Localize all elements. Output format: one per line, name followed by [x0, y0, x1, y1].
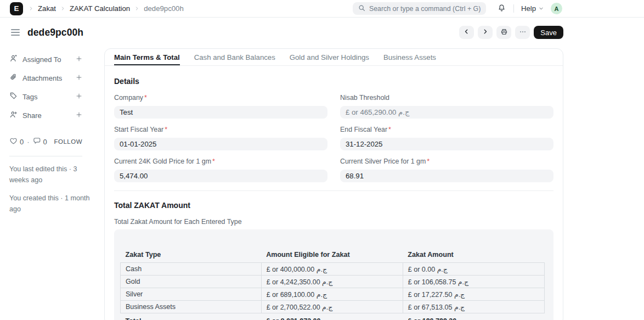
field-label: Current 24K Gold Price for 1 gm* — [114, 158, 327, 165]
comments-button[interactable]: 0 — [33, 137, 47, 147]
next-document-button[interactable] — [478, 26, 493, 39]
required-marker: * — [427, 158, 430, 165]
plus-icon — [76, 111, 82, 120]
field-start-fiscal-year: Start Fiscal Year* — [114, 126, 327, 150]
tab-cash-and-bank-balances[interactable]: Cash and Bank Balances — [194, 49, 275, 65]
tab-main-terms-total[interactable]: Main Terms & Total — [114, 49, 180, 65]
cell-type: Silver — [121, 288, 262, 301]
app-logo[interactable]: E — [10, 2, 23, 15]
sidebar-item-assigned-to: Assigned To — [9, 54, 82, 65]
breadcrumb-zakat-calculation[interactable]: ZAKAT Calculation — [70, 4, 130, 13]
add-tag-button[interactable] — [76, 93, 82, 101]
field-label: Current Silver Price for 1 gm* — [340, 158, 553, 165]
search-input[interactable] — [369, 5, 481, 13]
bell-icon — [498, 4, 506, 14]
required-marker: * — [212, 158, 215, 165]
section-title-total-zakat: Total ZAKAT Amount — [114, 201, 553, 210]
created-text: You created this · 1 month ago — [9, 193, 93, 215]
zakat-summary-table: Zakat Type Amount Eligible for Zakat Zak… — [120, 250, 545, 320]
field-label: Nisab Threshold — [340, 94, 553, 102]
company-input[interactable] — [114, 106, 327, 119]
header-actions: Save — [459, 26, 563, 39]
share-user-icon — [9, 110, 18, 121]
form-body: Details Company* Nisab Threshold Start F… — [105, 66, 563, 320]
cell-eligible: £ or 4,242,350.00 ج.م — [261, 276, 403, 288]
cell-eligible: £ or 2,700,522.00 ج.م — [261, 301, 403, 313]
assign-user-icon — [9, 54, 18, 65]
chevron-down-icon — [539, 4, 544, 13]
column-header-zakat-amount: Zakat Amount — [403, 250, 544, 263]
print-button[interactable] — [496, 26, 511, 39]
breadcrumb-current: dede9pc00h — [144, 4, 184, 13]
menu-button[interactable] — [515, 26, 530, 39]
start-fiscal-year-input[interactable] — [114, 138, 327, 150]
top-navbar: E Zakat ZAKAT Calculation dede9pc00h — [0, 0, 644, 18]
avatar[interactable]: A — [551, 3, 562, 14]
field-company: Company* — [114, 94, 327, 119]
like-button[interactable]: 0 — [9, 137, 24, 147]
cell-type: Cash — [121, 263, 262, 276]
table-row-total: Total £ or 8,031,972.00 ج.م £ or 190,799… — [121, 313, 545, 320]
chevron-right-icon — [60, 6, 65, 11]
cell-eligible: £ or 400,000.00 ج.م — [261, 263, 403, 276]
page-header: dede9pc00h Save — [0, 23, 644, 42]
document-sidebar: Assigned To Attachments Tags — [9, 54, 82, 215]
add-share-button[interactable] — [76, 111, 82, 120]
add-assignment-button[interactable] — [76, 55, 82, 64]
cell-zakat: £ or 106,058.75 ج.م — [403, 276, 544, 288]
cell-total-eligible: £ or 8,031,972.00 ج.م — [261, 313, 403, 320]
table-row-cash: Cash £ or 400,000.00 ج.م £ or 0.00 ج.م — [121, 263, 545, 276]
social-row: 0 · 0 FOLLOW — [9, 137, 82, 147]
previous-document-button[interactable] — [459, 26, 474, 39]
field-nisab-threshold: Nisab Threshold — [340, 94, 553, 119]
field-label: Company* — [114, 94, 327, 102]
breadcrumb: Zakat ZAKAT Calculation dede9pc00h — [29, 4, 184, 13]
tab-business-assets[interactable]: Business Assets — [383, 49, 436, 65]
table-row-business-assets: Business Assets £ or 2,700,522.00 ج.م £ … — [121, 301, 545, 313]
comments-count: 0 — [43, 138, 47, 146]
global-search[interactable] — [353, 2, 486, 15]
printer-icon — [500, 28, 508, 37]
separator-dot: · — [27, 138, 29, 146]
section-title-details: Details — [114, 77, 553, 86]
likes-count: 0 — [20, 138, 24, 146]
cell-zakat: £ or 0.00 ج.م — [403, 263, 544, 276]
save-button[interactable]: Save — [534, 26, 563, 39]
cell-total-zakat: £ or 190,799.30 ج.م — [403, 313, 544, 320]
notifications-button[interactable] — [498, 4, 506, 14]
sidebar-item-label: Share — [22, 111, 42, 120]
breadcrumb-zakat[interactable]: Zakat — [38, 4, 56, 13]
silver-price-input[interactable] — [340, 170, 553, 182]
gold-price-input[interactable] — [114, 170, 327, 182]
field-gold-price: Current 24K Gold Price for 1 gm* — [114, 158, 327, 182]
required-marker: * — [165, 126, 167, 133]
table-row-gold: Gold £ or 4,242,350.00 ج.م £ or 106,058.… — [121, 276, 545, 288]
zakat-summary-box: Zakat Type Amount Eligible for Zakat Zak… — [114, 229, 553, 320]
field-label: Start Fiscal Year* — [114, 126, 327, 133]
total-zakat-section: Total ZAKAT Amount Total Zakat Amount fo… — [114, 190, 553, 320]
page-title: dede9pc00h — [27, 27, 83, 38]
cell-zakat: £ or 67,513.05 ج.م — [403, 301, 544, 313]
tab-gold-and-silver-holdings[interactable]: Gold and Silver Holdings — [290, 49, 369, 65]
form-tabs: Main Terms & Total Cash and Bank Balance… — [105, 49, 563, 66]
column-header-amount-eligible: Amount Eligible for Zakat — [261, 250, 403, 263]
sidebar-item-label: Assigned To — [22, 55, 61, 64]
cell-type: Gold — [121, 276, 262, 288]
field-end-fiscal-year: End Fiscal Year* — [340, 126, 553, 150]
add-attachment-button[interactable] — [76, 74, 82, 82]
nisab-threshold-input[interactable] — [340, 106, 553, 119]
help-menu[interactable]: Help — [521, 4, 544, 13]
end-fiscal-year-input[interactable] — [340, 138, 553, 150]
sidebar-item-share: Share — [9, 110, 82, 121]
search-icon — [358, 4, 365, 14]
avatar-letter: A — [555, 5, 559, 12]
follow-button[interactable]: FOLLOW — [54, 138, 82, 145]
cell-total-label: Total — [121, 313, 262, 320]
column-header-zakat-type: Zakat Type — [121, 250, 262, 263]
help-label: Help — [521, 4, 536, 13]
sidebar-toggle-button[interactable] — [11, 29, 20, 36]
field-label: End Fiscal Year* — [340, 126, 553, 133]
form-card: Main Terms & Total Cash and Bank Balance… — [104, 48, 563, 320]
sidebar-item-label: Tags — [22, 93, 37, 101]
navbar-divider — [513, 4, 514, 13]
